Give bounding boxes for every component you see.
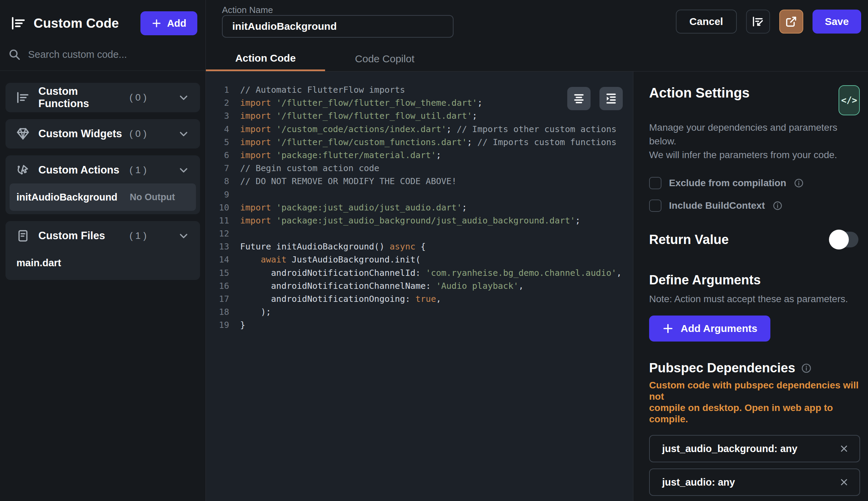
include-buildcontext-checkbox[interactable]: [649, 200, 661, 212]
section-header-custom-files[interactable]: Custom Files ( 1 ): [10, 224, 196, 247]
pubspec-warning-line: Custom code with pubspec dependencies wi…: [649, 380, 860, 402]
files-icon: [16, 228, 30, 243]
code-line: 9: [206, 188, 633, 201]
dependency-field[interactable]: just_audio: any: [649, 469, 860, 496]
code-line: 8// DO NOT REMOVE OR MODIFY THE CODE ABO…: [206, 175, 633, 188]
editor-toolbar: [567, 87, 623, 110]
action-name-input[interactable]: [222, 15, 453, 38]
return-value-toggle[interactable]: [830, 232, 858, 247]
close-icon[interactable]: [839, 444, 849, 454]
code-line-content: [229, 188, 240, 201]
sidebar-header: Custom Code Add: [0, 0, 206, 38]
settings-description-line: We will infer the parameters from your c…: [649, 148, 841, 162]
section-header-custom-functions[interactable]: Custom Functions ( 0 ): [10, 86, 196, 109]
cancel-button[interactable]: Cancel: [676, 10, 737, 33]
tab-action-code[interactable]: Action Code: [206, 46, 325, 71]
section-count: ( 1 ): [129, 230, 147, 241]
search-bar: [0, 38, 206, 71]
code-line-content: await JustAudioBackground.init(: [229, 253, 421, 266]
code-line: 13Future initAudioBackground() async {: [206, 240, 633, 253]
include-buildcontext-row: Include BuildContext: [649, 200, 860, 212]
code-line: 12: [206, 227, 633, 240]
code-editor[interactable]: 1// Automatic FlutterFlow imports2import…: [206, 72, 633, 501]
line-number: 2: [206, 96, 229, 109]
code-line-content: Future initAudioBackground() async {: [229, 240, 426, 253]
plus-icon: [151, 18, 162, 29]
functions-icon: [16, 90, 30, 105]
chevron-down-icon[interactable]: [177, 164, 190, 176]
view-code-button[interactable]: </>: [838, 85, 860, 115]
code-line-content: androidNotificationOngoing: true,: [229, 292, 441, 306]
indent-button[interactable]: [599, 87, 623, 110]
info-icon[interactable]: [772, 201, 783, 211]
define-arguments-note: Note: Action must accept these as parame…: [649, 294, 860, 305]
chevron-down-icon[interactable]: [177, 128, 190, 140]
action-item-name: initAudioBackground: [17, 192, 117, 203]
line-number: 16: [206, 280, 229, 292]
info-icon[interactable]: [794, 178, 804, 188]
section-label: Custom Files: [38, 230, 129, 242]
list-item-main-dart[interactable]: main.dart: [10, 249, 196, 277]
format-code-button[interactable]: [746, 10, 770, 33]
add-arguments-label: Add Arguments: [681, 323, 757, 334]
format-align-button[interactable]: [567, 87, 590, 110]
pubspec-dependencies-title: Pubspec Dependencies: [649, 361, 795, 375]
add-arguments-button[interactable]: Add Arguments: [649, 316, 770, 342]
list-item-init-audio-background[interactable]: initAudioBackground No Output: [10, 183, 196, 211]
info-icon[interactable]: [801, 363, 812, 374]
actions-icon: [16, 163, 30, 177]
checkbox-label: Exclude from compilation: [669, 178, 786, 189]
custom-code-icon: [10, 15, 27, 31]
code-line-content: import '/flutter_flow/flutter_flow_theme…: [229, 96, 482, 109]
code-line: 14 await JustAudioBackground.init(: [206, 253, 633, 266]
action-name-label: Action Name: [222, 5, 273, 15]
line-number: 12: [206, 227, 229, 240]
sidebar: Custom Code Add Custom Functions: [0, 0, 206, 501]
section-header-custom-widgets[interactable]: Custom Widgets ( 0 ): [10, 122, 196, 145]
chevron-down-icon[interactable]: [177, 92, 190, 104]
settings-description: Manage your dependencies and parameters …: [649, 121, 841, 162]
exclude-from-compilation-checkbox[interactable]: [649, 177, 661, 189]
format-code-icon: [751, 15, 765, 29]
external-link-icon: [784, 15, 798, 29]
line-number: 13: [206, 240, 229, 253]
section-custom-files: Custom Files ( 1 ) main.dart: [6, 221, 200, 280]
format-align-icon: [572, 92, 586, 105]
dependency-value: just_audio_background: any: [662, 443, 797, 455]
code-line: 5import '/flutter_flow/custom_functions.…: [206, 136, 633, 149]
widgets-icon: [16, 127, 30, 141]
line-number: 14: [206, 253, 229, 266]
section-header-custom-actions[interactable]: Custom Actions ( 1 ): [10, 159, 196, 181]
save-button[interactable]: Save: [813, 10, 861, 33]
code-line-content: // DO NOT REMOVE OR MODIFY THE CODE ABOV…: [229, 175, 457, 188]
line-number: 1: [206, 84, 229, 96]
sidebar-sections: Custom Functions ( 0 ) Custom Widgets ( …: [0, 71, 206, 280]
tab-code-copilot[interactable]: Code Copilot: [325, 46, 444, 71]
dependency-field[interactable]: just_audio_background: any: [649, 435, 860, 462]
code-line: 18 );: [206, 306, 633, 319]
line-number: 9: [206, 188, 229, 201]
code-line-content: import 'package:just_audio/just_audio.da…: [229, 201, 467, 214]
search-input[interactable]: [28, 49, 197, 60]
page-title: Custom Code: [33, 16, 119, 31]
topbar: Action Name Action Code Code Copilot Can…: [206, 0, 868, 72]
line-number: 18: [206, 306, 229, 319]
add-button[interactable]: Add: [140, 11, 197, 35]
toggle-knob: [829, 230, 849, 249]
open-external-button[interactable]: [779, 10, 803, 33]
close-icon[interactable]: [839, 477, 849, 487]
line-number: 6: [206, 149, 229, 162]
code-line-content: [229, 227, 240, 240]
line-number: 19: [206, 319, 229, 332]
topbar-actions: Cancel Save: [676, 10, 861, 33]
code-line-content: import '/flutter_flow/flutter_flow_util.…: [229, 109, 477, 122]
line-number: 3: [206, 109, 229, 122]
return-value-label: Return Value: [649, 232, 729, 247]
line-number: 5: [206, 136, 229, 149]
section-count: ( 1 ): [129, 164, 147, 175]
code-line-content: import 'package:just_audio_background/ju…: [229, 214, 580, 227]
line-number: 8: [206, 175, 229, 188]
code-line: 6import 'package:flutter/material.dart';: [206, 149, 633, 162]
settings-title: Action Settings: [649, 85, 750, 100]
chevron-down-icon[interactable]: [177, 230, 190, 242]
